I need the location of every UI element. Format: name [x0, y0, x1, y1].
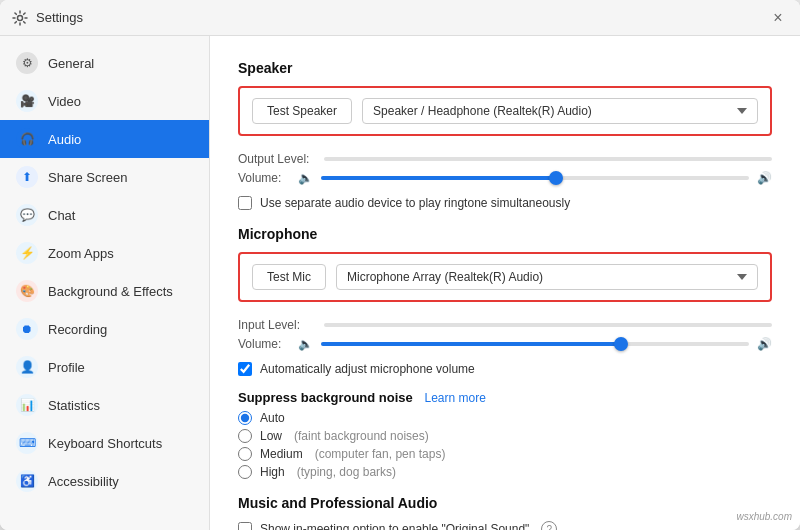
sidebar-icon-bg-effects: 🎨 [16, 280, 38, 302]
noise-radio-row-medium: Medium(computer fan, pen taps) [238, 447, 772, 461]
noise-note-high: (typing, dog barks) [297, 465, 396, 479]
music-section: Music and Professional Audio Show in-mee… [238, 495, 772, 530]
noise-radio-auto[interactable] [238, 411, 252, 425]
sidebar: ⚙General🎥Video🎧Audio⬆Share Screen💬Chat⚡Z… [0, 36, 210, 530]
svg-point-0 [18, 15, 23, 20]
speaker-slider-track [321, 176, 749, 180]
sidebar-item-accessibility[interactable]: ♿Accessibility [0, 462, 209, 500]
speaker-device-select[interactable]: Speaker / Headphone (Realtek(R) Audio) [362, 98, 758, 124]
test-mic-button[interactable]: Test Mic [252, 264, 326, 290]
sidebar-label-audio: Audio [48, 132, 81, 147]
microphone-highlight-box: Test Mic Microphone Array (Realtek(R) Au… [238, 252, 772, 302]
input-level-row: Input Level: [238, 318, 772, 332]
original-sound-help-icon[interactable]: ? [541, 521, 557, 530]
sidebar-item-recording[interactable]: ⏺Recording [0, 310, 209, 348]
mic-slider-track [321, 342, 749, 346]
input-level-bar [324, 323, 772, 327]
sidebar-label-keyboard: Keyboard Shortcuts [48, 436, 162, 451]
sidebar-item-audio[interactable]: 🎧Audio [0, 120, 209, 158]
sidebar-label-statistics: Statistics [48, 398, 100, 413]
noise-radio-group: AutoLow(faint background noises)Medium(c… [238, 411, 772, 479]
mic-volume-low-icon: 🔈 [298, 337, 313, 351]
sidebar-icon-keyboard: ⌨ [16, 432, 38, 454]
noise-label-auto[interactable]: Auto [260, 411, 285, 425]
mic-volume-label: Volume: [238, 337, 290, 351]
sidebar-item-profile[interactable]: 👤Profile [0, 348, 209, 386]
noise-note-medium: (computer fan, pen taps) [315, 447, 446, 461]
sidebar-label-video: Video [48, 94, 81, 109]
noise-radio-row-low: Low(faint background noises) [238, 429, 772, 443]
content-area: ⚙General🎥Video🎧Audio⬆Share Screen💬Chat⚡Z… [0, 36, 800, 530]
sidebar-item-statistics[interactable]: 📊Statistics [0, 386, 209, 424]
sidebar-item-general[interactable]: ⚙General [0, 44, 209, 82]
input-level-label: Input Level: [238, 318, 318, 332]
speaker-section-title: Speaker [238, 60, 772, 76]
mic-slider-fill [321, 342, 621, 346]
volume-high-icon: 🔊 [757, 171, 772, 185]
mic-slider-thumb[interactable] [614, 337, 628, 351]
speaker-highlight-box: Test Speaker Speaker / Headphone (Realte… [238, 86, 772, 136]
close-button[interactable]: × [768, 8, 788, 28]
sidebar-icon-accessibility: ♿ [16, 470, 38, 492]
sidebar-icon-video: 🎥 [16, 90, 38, 112]
microphone-device-select[interactable]: Microphone Array (Realtek(R) Audio) [336, 264, 758, 290]
noise-radio-low[interactable] [238, 429, 252, 443]
sidebar-icon-zoom-apps: ⚡ [16, 242, 38, 264]
test-speaker-button[interactable]: Test Speaker [252, 98, 352, 124]
noise-radio-high[interactable] [238, 465, 252, 479]
separate-device-label[interactable]: Use separate audio device to play ringto… [260, 196, 570, 210]
speaker-volume-slider[interactable] [321, 170, 749, 186]
sidebar-icon-recording: ⏺ [16, 318, 38, 340]
separate-device-checkbox[interactable] [238, 196, 252, 210]
sidebar-item-keyboard[interactable]: ⌨Keyboard Shortcuts [0, 424, 209, 462]
sidebar-label-chat: Chat [48, 208, 75, 223]
output-level-bar [324, 157, 772, 161]
sidebar-item-video[interactable]: 🎥Video [0, 82, 209, 120]
sidebar-icon-profile: 👤 [16, 356, 38, 378]
noise-radio-row-high: High(typing, dog barks) [238, 465, 772, 479]
sidebar-icon-audio: 🎧 [16, 128, 38, 150]
window-title: Settings [36, 10, 83, 25]
title-bar-left: Settings [12, 10, 83, 26]
sidebar-label-recording: Recording [48, 322, 107, 337]
speaker-slider-fill [321, 176, 556, 180]
sidebar-item-zoom-apps[interactable]: ⚡Zoom Apps [0, 234, 209, 272]
title-bar: Settings × [0, 0, 800, 36]
learn-more-link[interactable]: Learn more [424, 391, 485, 405]
original-sound-checkbox[interactable] [238, 522, 252, 530]
auto-adjust-row: Automatically adjust microphone volume [238, 362, 772, 376]
speaker-slider-thumb[interactable] [549, 171, 563, 185]
speaker-volume-row: Volume: 🔈 🔊 [238, 170, 772, 186]
volume-low-icon: 🔈 [298, 171, 313, 185]
sidebar-icon-general: ⚙ [16, 52, 38, 74]
noise-radio-medium[interactable] [238, 447, 252, 461]
settings-window-icon [12, 10, 28, 26]
auto-adjust-checkbox[interactable] [238, 362, 252, 376]
watermark: wsxhub.com [736, 511, 792, 522]
sidebar-label-profile: Profile [48, 360, 85, 375]
sidebar-label-share-screen: Share Screen [48, 170, 128, 185]
output-level-label: Output Level: [238, 152, 318, 166]
noise-label-high[interactable]: High [260, 465, 285, 479]
noise-label-low[interactable]: Low [260, 429, 282, 443]
main-panel: Speaker Test Speaker Speaker / Headphone… [210, 36, 800, 530]
sidebar-label-zoom-apps: Zoom Apps [48, 246, 114, 261]
mic-volume-slider[interactable] [321, 336, 749, 352]
sidebar-item-bg-effects[interactable]: 🎨Background & Effects [0, 272, 209, 310]
noise-section: Suppress background noise Learn more Aut… [238, 390, 772, 479]
output-level-row: Output Level: [238, 152, 772, 166]
sidebar-label-bg-effects: Background & Effects [48, 284, 173, 299]
sidebar-item-chat[interactable]: 💬Chat [0, 196, 209, 234]
noise-radio-row-auto: Auto [238, 411, 772, 425]
music-section-title: Music and Professional Audio [238, 495, 772, 511]
original-sound-label[interactable]: Show in-meeting option to enable "Origin… [260, 522, 529, 530]
sidebar-icon-chat: 💬 [16, 204, 38, 226]
noise-section-title: Suppress background noise [238, 390, 413, 405]
mic-volume-high-icon: 🔊 [757, 337, 772, 351]
sidebar-label-general: General [48, 56, 94, 71]
auto-adjust-label[interactable]: Automatically adjust microphone volume [260, 362, 475, 376]
sidebar-icon-statistics: 📊 [16, 394, 38, 416]
sidebar-item-share-screen[interactable]: ⬆Share Screen [0, 158, 209, 196]
noise-label-medium[interactable]: Medium [260, 447, 303, 461]
microphone-section: Microphone Test Mic Microphone Array (Re… [238, 226, 772, 376]
